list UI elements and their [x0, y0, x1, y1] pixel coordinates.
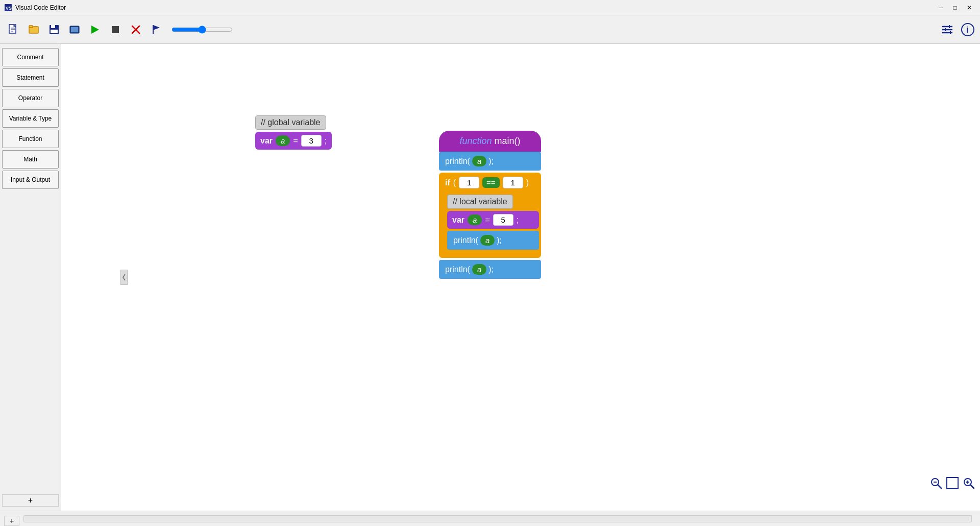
if-close-paren: ) [526, 178, 529, 187]
zoom-out-icon [930, 477, 942, 489]
function-main-block: function main() println( a ); if ( 1 == … [439, 131, 541, 279]
println-close-1: ); [488, 157, 494, 166]
if-open-paren: ( [453, 178, 456, 187]
println-fn-2: println( [445, 265, 470, 274]
local-var-equals: = [485, 216, 489, 225]
println-close-2: ); [488, 265, 494, 274]
sidebar-item-statement[interactable]: Statement [2, 68, 59, 87]
open-file-icon [28, 24, 39, 35]
if-body-container: // local variable var a = 5 ; println( a [439, 193, 541, 250]
zoom-controls [929, 476, 976, 490]
run-icon [89, 24, 101, 35]
title-bar: VS Visual Code Editor ─ □ ✕ [0, 0, 980, 15]
window-title: Visual Code Editor [15, 4, 934, 11]
var-name-badge: a [276, 135, 290, 146]
println-block-if[interactable]: println( a ); [447, 231, 539, 250]
close-file-button[interactable] [127, 20, 145, 39]
main-layout: Comment Statement Operator Variable & Ty… [0, 44, 980, 511]
svg-rect-15 [112, 26, 119, 33]
if-bottom-bar [439, 250, 541, 258]
minimize-button[interactable]: ─ [934, 3, 947, 13]
svg-marker-19 [153, 25, 160, 30]
local-var-keyword: var [452, 216, 464, 225]
flag-icon [151, 24, 162, 35]
x-icon [130, 24, 141, 35]
slider-container [172, 26, 233, 34]
build-button[interactable] [65, 20, 84, 39]
global-comment-block[interactable]: // global variable [255, 115, 326, 130]
sidebar: Comment Statement Operator Variable & Ty… [0, 44, 61, 511]
local-var-block[interactable]: var a = 5 ; [447, 211, 539, 229]
stop-button[interactable] [106, 20, 125, 39]
function-header[interactable]: function main() [439, 131, 541, 152]
zoom-slider[interactable] [172, 26, 233, 34]
build-icon [69, 24, 80, 35]
bottom-bar: + [0, 511, 980, 526]
fit-screen-button[interactable] [946, 477, 959, 489]
println-fn-if: println( [453, 236, 478, 245]
restore-button[interactable]: □ [948, 3, 962, 13]
sidebar-item-function[interactable]: Function [2, 130, 59, 148]
println-close-if: ); [497, 236, 502, 245]
if-val2[interactable]: 1 [503, 177, 523, 188]
global-var-group: // global variable var a = 3 ; [255, 115, 332, 150]
svg-text:i: i [966, 26, 968, 34]
println-block-2[interactable]: println( a ); [439, 260, 541, 279]
global-var-block[interactable]: var a = 3 ; [255, 132, 332, 150]
if-header-block[interactable]: if ( 1 == 1 ) [439, 173, 541, 193]
svg-rect-13 [71, 27, 78, 32]
close-button[interactable]: ✕ [963, 3, 976, 13]
if-op-badge: == [482, 177, 500, 188]
flag-button[interactable] [147, 20, 165, 39]
new-file-icon [8, 24, 19, 35]
horizontal-scrollbar[interactable] [23, 515, 972, 522]
chevron-left-icon [122, 274, 126, 281]
zoom-in-button[interactable] [962, 476, 976, 490]
toolbar-right: i [939, 21, 976, 38]
var-keyword: var [260, 136, 273, 146]
println-block-1[interactable]: println( a ); [439, 152, 541, 171]
save-file-button[interactable] [45, 20, 63, 39]
var-semicolon: ; [325, 136, 327, 146]
sidebar-item-variable-type[interactable]: Variable & Type [2, 109, 59, 128]
svg-rect-11 [51, 30, 58, 33]
svg-line-32 [970, 485, 974, 488]
new-file-button[interactable] [4, 20, 22, 39]
println-arg-2: a [472, 264, 486, 275]
zoom-out-button[interactable] [929, 476, 943, 490]
local-var-value[interactable]: 5 [493, 214, 513, 226]
svg-marker-14 [91, 26, 99, 34]
svg-line-29 [938, 485, 941, 488]
if-keyword: if [445, 178, 450, 187]
save-file-icon [48, 24, 60, 35]
bottom-add-button[interactable]: + [4, 516, 19, 526]
open-file-button[interactable] [24, 20, 43, 39]
local-comment-text: // local variable [453, 197, 507, 206]
run-button[interactable] [86, 20, 104, 39]
window-controls: ─ □ ✕ [934, 3, 976, 13]
settings-button[interactable] [939, 21, 955, 38]
function-keyword: function [459, 136, 492, 146]
svg-rect-10 [51, 25, 55, 28]
settings-icon [940, 22, 954, 37]
if-val1[interactable]: 1 [459, 177, 479, 188]
stop-icon [110, 24, 121, 35]
sidebar-item-input-output[interactable]: Input & Output [2, 171, 59, 189]
svg-text:VS: VS [6, 6, 12, 11]
println-arg-if: a [480, 235, 495, 246]
sidebar-item-math[interactable]: Math [2, 150, 59, 169]
println-fn-1: println( [445, 157, 470, 166]
sidebar-item-comment[interactable]: Comment [2, 48, 59, 66]
function-name: main() [495, 136, 521, 146]
info-icon: i [961, 22, 975, 37]
sidebar-item-operator[interactable]: Operator [2, 89, 59, 107]
global-comment-text: // global variable [261, 118, 321, 127]
canvas-area[interactable]: // global variable var a = 3 ; function … [61, 44, 980, 511]
info-button[interactable]: i [960, 21, 976, 38]
app-icon: VS [4, 4, 12, 12]
sidebar-add-button[interactable]: + [2, 494, 59, 507]
local-comment-block[interactable]: // local variable [447, 195, 513, 209]
var-equals: = [293, 136, 298, 146]
sidebar-collapse-button[interactable] [120, 270, 128, 285]
var-value-box[interactable]: 3 [301, 135, 322, 147]
